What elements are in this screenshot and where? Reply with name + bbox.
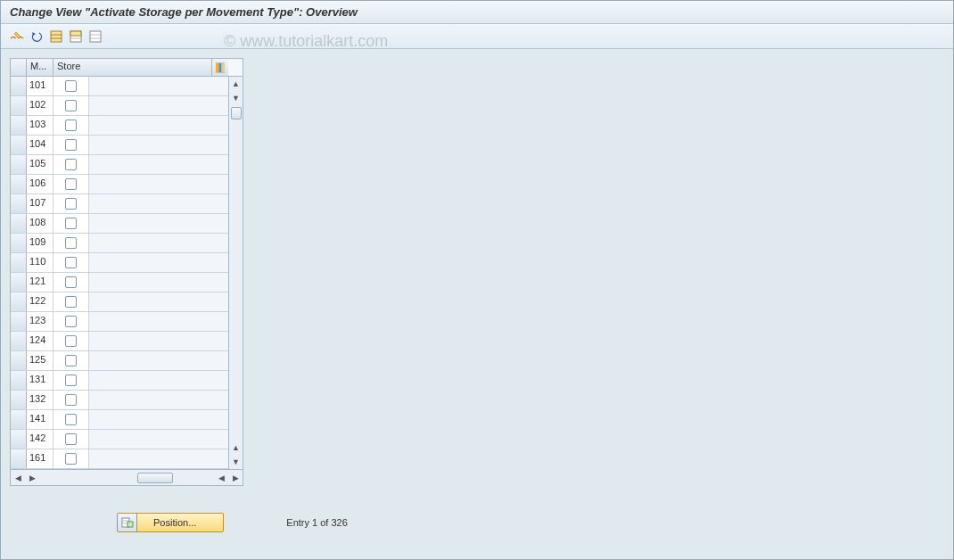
row-selector[interactable] (11, 194, 27, 213)
horizontal-scrollbar[interactable]: ◀ ▶ ◀ ▶ (11, 469, 243, 485)
store-checkbox[interactable] (65, 433, 77, 445)
cell-store (53, 410, 89, 429)
scroll-last-button[interactable]: ▶ (228, 471, 243, 485)
store-checkbox[interactable] (65, 257, 77, 268)
cell-empty (89, 371, 228, 390)
store-checkbox[interactable] (65, 414, 77, 425)
store-checkbox[interactable] (65, 296, 77, 308)
cell-m: 102 (27, 96, 53, 115)
page-title: Change View "Activate Storage per Moveme… (1, 1, 953, 24)
row-selector[interactable] (11, 234, 27, 252)
table-row: 122 (11, 292, 228, 312)
row-selector[interactable] (11, 214, 27, 233)
table-row: 132 (11, 391, 228, 410)
store-checkbox[interactable] (65, 276, 77, 288)
cell-store (53, 430, 89, 449)
toggle-change-button[interactable] (8, 28, 26, 45)
store-checkbox[interactable] (65, 119, 77, 131)
cell-empty (89, 175, 228, 194)
row-selector[interactable] (11, 116, 27, 135)
store-checkbox[interactable] (65, 355, 77, 366)
hscroll-track[interactable] (39, 472, 214, 484)
store-checkbox[interactable] (65, 375, 77, 386)
row-selector[interactable] (11, 410, 27, 429)
entry-counter: Entry 1 of 326 (286, 517, 348, 528)
row-selector[interactable] (11, 351, 27, 370)
row-selector[interactable] (11, 449, 27, 468)
store-checkbox[interactable] (65, 198, 77, 210)
cell-m: 108 (27, 214, 53, 233)
scroll-right-button[interactable]: ◀ (214, 471, 228, 485)
scroll-down-step-button[interactable]: ▼ (230, 92, 243, 104)
table-row: 125 (11, 351, 228, 371)
store-checkbox[interactable] (65, 394, 77, 406)
row-selector[interactable] (11, 175, 27, 194)
store-checkbox[interactable] (65, 237, 77, 249)
cell-empty (89, 332, 228, 350)
row-selector[interactable] (11, 391, 27, 409)
hscroll-thumb[interactable] (137, 473, 173, 483)
cell-m: 124 (27, 332, 53, 350)
row-selector[interactable] (11, 136, 27, 154)
cell-store (53, 136, 89, 154)
store-checkbox[interactable] (65, 139, 77, 151)
store-checkbox[interactable] (65, 453, 77, 465)
cell-empty (89, 234, 228, 252)
cell-empty (89, 391, 228, 409)
column-header-store[interactable]: Store (53, 59, 212, 76)
svg-rect-0 (51, 31, 62, 42)
cell-m: 107 (27, 194, 53, 213)
vertical-scrollbar[interactable]: ▲ ▼ ▲ ▼ (228, 77, 243, 469)
scroll-up-button[interactable]: ▲ (230, 78, 243, 90)
cell-store (53, 371, 89, 390)
scroll-up-page-button[interactable]: ▲ (230, 441, 243, 454)
row-selector[interactable] (11, 292, 27, 311)
cell-empty (89, 430, 228, 449)
cell-m: 110 (27, 253, 53, 272)
cell-store (53, 312, 89, 331)
cell-store (53, 96, 89, 115)
svg-rect-11 (218, 63, 221, 72)
select-all-button[interactable] (47, 28, 65, 45)
store-checkbox[interactable] (65, 100, 77, 111)
row-selector[interactable] (11, 430, 27, 449)
scroll-thumb[interactable] (231, 107, 242, 119)
row-selector[interactable] (11, 77, 27, 95)
cell-empty (89, 96, 228, 115)
deselect-all-button[interactable] (86, 28, 104, 45)
scroll-first-button[interactable]: ◀ (11, 471, 25, 485)
scroll-down-button[interactable]: ▼ (230, 456, 243, 468)
toolbar (1, 24, 953, 49)
position-button[interactable]: Position... (117, 513, 224, 532)
row-selector[interactable] (11, 273, 27, 292)
select-all-rows-corner[interactable] (11, 59, 27, 76)
cell-store (53, 332, 89, 350)
cell-empty (89, 253, 228, 272)
cell-m: 109 (27, 234, 53, 252)
store-checkbox[interactable] (65, 218, 77, 229)
scroll-left-button[interactable]: ▶ (25, 471, 39, 485)
row-selector[interactable] (11, 96, 27, 115)
row-selector[interactable] (11, 312, 27, 331)
cell-empty (89, 194, 228, 213)
row-selector[interactable] (11, 371, 27, 390)
store-checkbox[interactable] (65, 80, 77, 92)
row-selector[interactable] (11, 253, 27, 272)
grid-header: M... Store (11, 59, 243, 77)
column-header-m[interactable]: M... (27, 59, 53, 76)
store-checkbox[interactable] (65, 159, 77, 170)
table-row: 104 (11, 136, 228, 155)
store-checkbox[interactable] (65, 316, 77, 327)
store-checkbox[interactable] (65, 178, 77, 190)
cell-empty (89, 116, 228, 135)
cell-m: 101 (27, 77, 53, 95)
row-selector[interactable] (11, 332, 27, 350)
cell-empty (89, 449, 228, 468)
row-selector[interactable] (11, 155, 27, 174)
select-block-button[interactable] (67, 28, 85, 45)
cell-empty (89, 351, 228, 370)
undo-button[interactable] (28, 28, 45, 45)
store-checkbox[interactable] (65, 335, 77, 347)
configure-columns-button[interactable] (212, 59, 228, 76)
cell-store (53, 351, 89, 370)
